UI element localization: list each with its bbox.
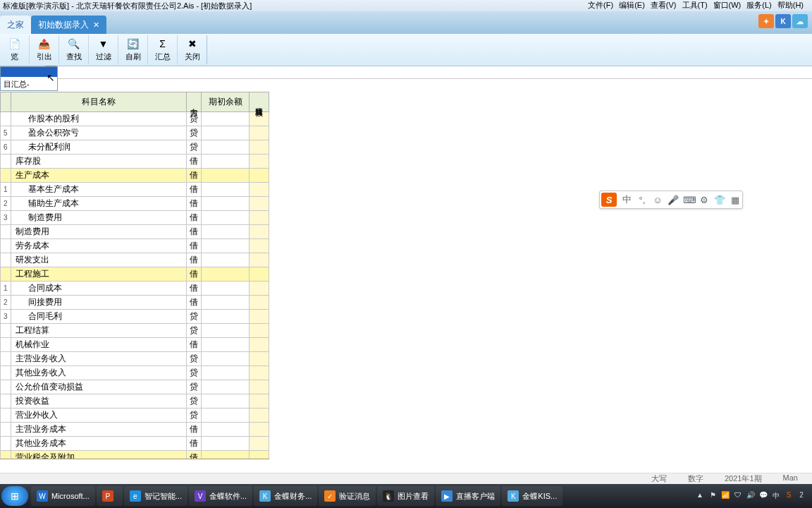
table-row[interactable]: 其他业务成本借 xyxy=(1,437,269,451)
tray-icon-3[interactable]: ☁ xyxy=(792,14,808,28)
audit-item[interactable] xyxy=(250,366,269,380)
account-name[interactable]: 研发支出 xyxy=(11,253,186,267)
opening-balance[interactable] xyxy=(202,155,250,169)
audit-item[interactable] xyxy=(250,126,269,140)
table-row[interactable]: 劳务成本借 xyxy=(1,239,269,253)
audit-item[interactable] xyxy=(250,225,269,239)
opening-balance[interactable] xyxy=(202,112,250,126)
menu-file[interactable]: 文件(F) xyxy=(588,0,613,11)
account-name[interactable]: 工程施工 xyxy=(11,267,186,282)
filter-dropdown[interactable]: 目汇总- xyxy=(0,66,58,91)
opening-balance[interactable] xyxy=(202,324,250,338)
table-row[interactable]: 1合同成本借 xyxy=(1,282,269,296)
menu-service[interactable]: 服务(L) xyxy=(746,0,771,11)
table-row[interactable]: 投资收益贷 xyxy=(1,394,269,409)
opening-balance[interactable] xyxy=(202,380,250,394)
table-row[interactable]: 1基本生产成本借 xyxy=(1,183,269,197)
account-name[interactable]: 合同成本 xyxy=(11,282,186,296)
table-row[interactable]: 5盈余公积弥亏贷 xyxy=(1,126,269,140)
table-row[interactable]: 制造费用借 xyxy=(1,225,269,239)
account-name[interactable]: 工程结算 xyxy=(11,324,186,338)
audit-item[interactable] xyxy=(250,324,269,338)
account-name[interactable]: 公允价值变动损益 xyxy=(11,380,186,394)
opening-balance[interactable] xyxy=(202,225,250,239)
table-row[interactable]: 研发支出借 xyxy=(1,253,269,267)
tool-1[interactable]: 📤引出 xyxy=(30,35,59,64)
tray-msg-icon[interactable]: 💬 xyxy=(758,491,768,501)
tray-up-icon[interactable]: ▲ xyxy=(695,491,705,501)
taskbar-item[interactable]: WMicrosoft... xyxy=(31,486,95,506)
account-name[interactable]: 合同毛利 xyxy=(11,310,186,324)
table-row[interactable]: 其他业务收入贷 xyxy=(1,366,269,380)
opening-balance[interactable] xyxy=(202,338,250,352)
audit-item[interactable] xyxy=(250,352,269,366)
opening-balance[interactable] xyxy=(202,253,250,267)
table-row[interactable]: 工程结算贷 xyxy=(1,324,269,338)
opening-balance[interactable] xyxy=(202,423,250,437)
audit-item[interactable] xyxy=(250,169,269,183)
opening-balance[interactable] xyxy=(202,211,250,225)
account-name[interactable]: 生产成本 xyxy=(11,169,186,183)
table-row[interactable]: 3制造费用借 xyxy=(1,211,269,225)
account-name[interactable]: 制造费用 xyxy=(11,211,186,225)
table-row[interactable]: 机械作业借 xyxy=(1,338,269,352)
start-button[interactable]: ⊞ xyxy=(1,486,28,506)
taskbar-item[interactable]: K金蝶KIS... xyxy=(502,486,562,506)
tool-2[interactable]: 🔍查找 xyxy=(59,35,89,64)
ime-punct-icon[interactable]: °, xyxy=(636,195,648,205)
taskbar-item[interactable]: ✓验证消息 xyxy=(319,486,376,506)
audit-item[interactable] xyxy=(250,310,269,324)
tray-time[interactable]: 2 xyxy=(796,491,806,501)
account-name[interactable]: 库存股 xyxy=(11,155,186,169)
audit-item[interactable] xyxy=(250,211,269,225)
col-direction[interactable]: 方向 xyxy=(187,92,202,112)
tray-sogou-icon[interactable]: S xyxy=(784,491,794,501)
col-audit[interactable]: 核算项目 xyxy=(250,92,269,112)
dropdown-selected[interactable] xyxy=(1,67,57,77)
menu-edit[interactable]: 编辑(E) xyxy=(619,0,645,11)
taskbar-item[interactable]: P xyxy=(97,486,123,506)
audit-item[interactable] xyxy=(250,140,269,155)
ime-tool-icon[interactable]: ⚙ xyxy=(699,195,710,205)
account-name[interactable]: 主营业务收入 xyxy=(11,352,186,366)
audit-item[interactable] xyxy=(250,183,269,197)
col-name[interactable]: 科目名称 xyxy=(11,92,186,112)
menu-view[interactable]: 查看(V) xyxy=(651,0,677,11)
opening-balance[interactable] xyxy=(202,197,250,211)
table-row[interactable]: 营业税金及附加借 xyxy=(1,451,269,459)
table-row[interactable]: 3合同毛利贷 xyxy=(1,310,269,324)
tray-net-icon[interactable]: 📶 xyxy=(720,491,730,501)
tool-0[interactable]: 📄览 xyxy=(0,35,30,64)
audit-item[interactable] xyxy=(250,197,269,211)
account-name[interactable]: 作股本的股利 xyxy=(11,112,186,126)
opening-balance[interactable] xyxy=(202,366,250,380)
account-name[interactable]: 基本生产成本 xyxy=(11,183,186,197)
tray-ime-icon[interactable]: 中 xyxy=(771,491,781,501)
taskbar-item[interactable]: e智记智能... xyxy=(124,486,187,506)
taskbar-item[interactable]: V金蝶软件... xyxy=(189,486,252,506)
tool-5[interactable]: Σ汇总 xyxy=(148,35,178,64)
tool-6[interactable]: ✖关闭 xyxy=(178,35,207,64)
audit-item[interactable] xyxy=(250,423,269,437)
opening-balance[interactable] xyxy=(202,183,250,197)
table-row[interactable]: 作股本的股利贷 xyxy=(1,112,269,126)
table-row[interactable]: 生产成本借 xyxy=(1,169,269,183)
tray-shield-icon[interactable]: 🛡 xyxy=(733,491,743,501)
taskbar-item[interactable]: 🐧图片查看 xyxy=(377,486,434,506)
tray-icon-2[interactable]: K xyxy=(775,14,791,28)
audit-item[interactable] xyxy=(250,267,269,282)
opening-balance[interactable] xyxy=(202,296,250,310)
table-row[interactable]: 营业外收入贷 xyxy=(1,409,269,423)
opening-balance[interactable] xyxy=(202,437,250,451)
audit-item[interactable] xyxy=(250,239,269,253)
tray-vol-icon[interactable]: 🔊 xyxy=(746,491,756,501)
account-name[interactable]: 间接费用 xyxy=(11,296,186,310)
table-row[interactable]: 2辅助生产成本借 xyxy=(1,197,269,211)
account-name[interactable]: 营业外收入 xyxy=(11,409,186,423)
opening-balance[interactable] xyxy=(202,282,250,296)
account-name[interactable]: 辅助生产成本 xyxy=(11,197,186,211)
close-icon[interactable]: ✕ xyxy=(93,20,99,30)
table-row[interactable]: 主营业务收入贷 xyxy=(1,352,269,366)
opening-balance[interactable] xyxy=(202,267,250,282)
tab-initial-data[interactable]: 初始数据录入 ✕ xyxy=(31,16,106,34)
